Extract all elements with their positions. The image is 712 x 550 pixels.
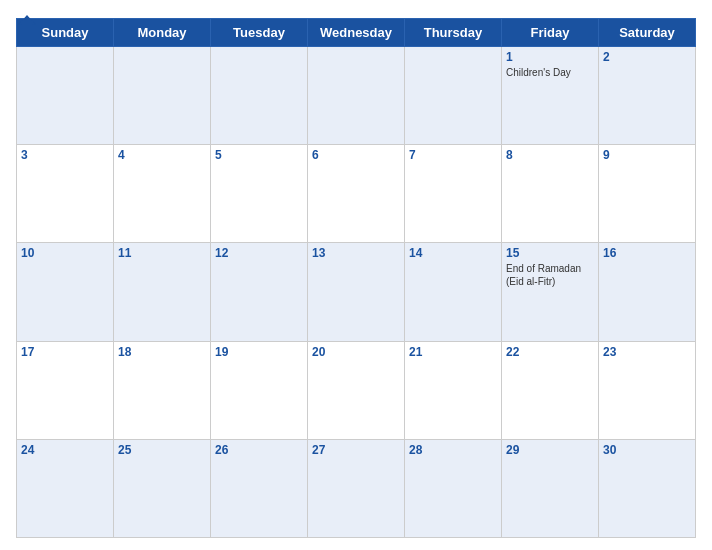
calendar-cell [114,47,211,145]
calendar-cell: 4 [114,145,211,243]
day-number: 22 [506,345,594,359]
day-number: 18 [118,345,206,359]
calendar-cell: 16 [599,243,696,341]
calendar-cell: 17 [17,341,114,439]
day-number: 11 [118,246,206,260]
day-number: 9 [603,148,691,162]
weekday-header-thursday: Thursday [405,19,502,47]
day-number: 19 [215,345,303,359]
day-number: 10 [21,246,109,260]
calendar-cell: 29 [502,439,599,537]
day-number: 30 [603,443,691,457]
day-number: 5 [215,148,303,162]
calendar-cell: 30 [599,439,696,537]
calendar-cell: 21 [405,341,502,439]
calendar-cell: 27 [308,439,405,537]
calendar-cell: 28 [405,439,502,537]
day-number: 1 [506,50,594,64]
calendar-cell: 23 [599,341,696,439]
weekday-header-row: SundayMondayTuesdayWednesdayThursdayFrid… [17,19,696,47]
holiday-label: End of Ramadan (Eid al-Fitr) [506,262,594,288]
calendar-cell: 9 [599,145,696,243]
calendar-cell: 25 [114,439,211,537]
holiday-label: Children's Day [506,66,594,79]
day-number: 24 [21,443,109,457]
calendar-cell: 1Children's Day [502,47,599,145]
calendar-cell: 14 [405,243,502,341]
calendar-cell: 12 [211,243,308,341]
svg-marker-0 [18,15,36,33]
weekday-header-friday: Friday [502,19,599,47]
day-number: 14 [409,246,497,260]
calendar-cell [211,47,308,145]
day-number: 23 [603,345,691,359]
day-number: 12 [215,246,303,260]
weekday-header-tuesday: Tuesday [211,19,308,47]
weekday-header-saturday: Saturday [599,19,696,47]
calendar-cell: 5 [211,145,308,243]
day-number: 20 [312,345,400,359]
day-number: 7 [409,148,497,162]
calendar-cell [308,47,405,145]
day-number: 26 [215,443,303,457]
day-number: 17 [21,345,109,359]
day-number: 6 [312,148,400,162]
day-number: 8 [506,148,594,162]
calendar-cell [17,47,114,145]
calendar-cell: 19 [211,341,308,439]
calendar-cell: 26 [211,439,308,537]
calendar-cell: 22 [502,341,599,439]
calendar-cell: 20 [308,341,405,439]
calendar-cell: 13 [308,243,405,341]
calendar-week-row: 3456789 [17,145,696,243]
calendar-cell: 7 [405,145,502,243]
calendar-cell: 8 [502,145,599,243]
day-number: 15 [506,246,594,260]
logo [16,12,36,39]
calendar-cell: 15End of Ramadan (Eid al-Fitr) [502,243,599,341]
calendar-cell [405,47,502,145]
logo-bird-icon [18,13,36,39]
day-number: 13 [312,246,400,260]
day-number: 25 [118,443,206,457]
weekday-header-wednesday: Wednesday [308,19,405,47]
calendar-cell: 18 [114,341,211,439]
day-number: 3 [21,148,109,162]
calendar-table: SundayMondayTuesdayWednesdayThursdayFrid… [16,18,696,538]
day-number: 21 [409,345,497,359]
weekday-header-monday: Monday [114,19,211,47]
calendar-cell: 10 [17,243,114,341]
calendar-cell: 24 [17,439,114,537]
day-number: 27 [312,443,400,457]
calendar-page: SundayMondayTuesdayWednesdayThursdayFrid… [0,0,712,550]
day-number: 16 [603,246,691,260]
calendar-cell: 3 [17,145,114,243]
calendar-week-row: 24252627282930 [17,439,696,537]
calendar-cell: 11 [114,243,211,341]
calendar-week-row: 17181920212223 [17,341,696,439]
calendar-week-row: 101112131415End of Ramadan (Eid al-Fitr)… [17,243,696,341]
day-number: 4 [118,148,206,162]
day-number: 2 [603,50,691,64]
calendar-cell: 6 [308,145,405,243]
calendar-week-row: 1Children's Day2 [17,47,696,145]
calendar-cell: 2 [599,47,696,145]
day-number: 28 [409,443,497,457]
day-number: 29 [506,443,594,457]
